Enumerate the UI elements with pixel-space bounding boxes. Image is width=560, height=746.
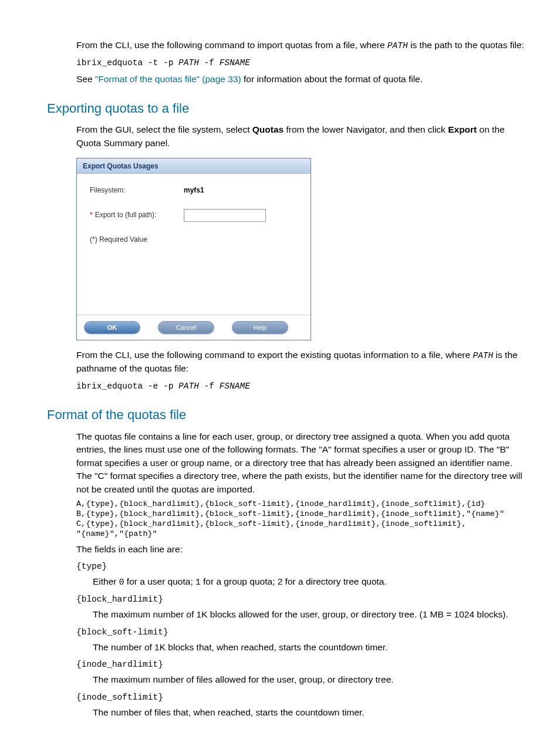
text: is the path to the quotas file:: [408, 40, 524, 50]
dialog-title: Export Quotas Usages: [77, 158, 311, 174]
export-path-label: *Export to (full path):: [90, 210, 184, 220]
text: for a group quota; 2 for a directory tre…: [201, 576, 387, 586]
text: PATH: [473, 351, 493, 360]
format-spec-block: A,{type},{block_hardlimit},{block_soft-l…: [76, 499, 528, 539]
text: FSNAME: [220, 382, 250, 391]
heading-exporting: Exporting quotas to a file: [47, 99, 528, 118]
filesystem-value: myfs1: [184, 185, 204, 195]
text: for information about the format of quot…: [241, 74, 423, 84]
dialog-body: Filesystem: myfs1 *Export to (full path)…: [77, 174, 311, 315]
text-path: PATH: [387, 41, 408, 50]
field-bhl-term: {block_hardlimit}: [76, 593, 528, 606]
text: for a user quota;: [124, 576, 196, 586]
text: -f: [199, 382, 220, 391]
text: Quotas: [252, 124, 284, 134]
text: From the GUI, select the file system, se…: [76, 124, 252, 134]
field-ihl-def: The maximum number of files allowed for …: [93, 673, 528, 686]
paragraph-see-link: See "Format of the quotas file" (page 33…: [76, 73, 528, 86]
text: from the lower Navigator, and then click: [284, 124, 448, 134]
text: Export: [448, 124, 477, 134]
heading-format: Format of the quotas file: [47, 406, 528, 424]
text: From the CLI, use the following command …: [76, 40, 387, 50]
field-isl-term: {inode_softlimit}: [76, 691, 528, 704]
field-type-term: {type}: [76, 561, 528, 573]
dialog-footer: OK Cancel Help: [77, 315, 311, 340]
cancel-button[interactable]: Cancel: [158, 321, 214, 334]
text: PATH: [178, 382, 199, 391]
export-quotas-dialog: Export Quotas Usages Filesystem: myfs1 *…: [76, 158, 311, 340]
paragraph-export-cli: From the CLI, use the following command …: [76, 349, 528, 375]
link-format-quotas[interactable]: "Format of the quotas file" (page 33): [95, 74, 241, 84]
field-type-def: Either 0 for a user quota; 1 for a group…: [93, 575, 528, 589]
field-bsl-def: The number of 1K blocks that, when reach…: [93, 641, 528, 654]
paragraph-fields-intro: The fields in each line are:: [76, 543, 528, 556]
text: From the CLI, use the following command …: [76, 350, 473, 360]
text: Export to (full path):: [95, 211, 157, 219]
field-ihl-term: {inode_hardlimit}: [76, 659, 528, 671]
field-isl-def: The number of files that, when reached, …: [93, 706, 528, 719]
text: -f: [199, 58, 220, 67]
text: PATH: [178, 58, 199, 67]
field-bhl-def: The maximum number of 1K blocks allowed …: [93, 608, 528, 621]
text: See: [76, 74, 95, 84]
paragraph-import-cli: From the CLI, use the following command …: [76, 39, 528, 52]
text: 0: [119, 578, 124, 587]
code-export-cmd: ibrix_edquota -e -p PATH -f FSNAME: [76, 379, 528, 393]
text: Either: [93, 576, 119, 586]
code-import-cmd: ibrix_edquota -t -p PATH -f FSNAME: [76, 56, 528, 69]
text: 1: [195, 578, 201, 587]
required-note: (*) Required Value: [90, 235, 303, 245]
text: ibrix_edquota -e -p: [76, 382, 178, 391]
filesystem-label: Filesystem:: [90, 185, 184, 195]
text: FSNAME: [220, 58, 250, 67]
paragraph-export-gui: From the GUI, select the file system, se…: [76, 123, 528, 150]
text: ibrix_edquota -t -p: [76, 58, 178, 67]
required-star-icon: *: [90, 211, 93, 219]
field-bsl-term: {block_soft-limit}: [76, 626, 528, 639]
field-definitions: {type} Either 0 for a user quota; 1 for …: [76, 561, 528, 719]
ok-button[interactable]: OK: [84, 321, 140, 334]
help-button[interactable]: Help: [232, 321, 288, 334]
export-path-input[interactable]: [184, 209, 266, 222]
paragraph-format-intro: The quotas file contains a line for each…: [76, 430, 528, 496]
